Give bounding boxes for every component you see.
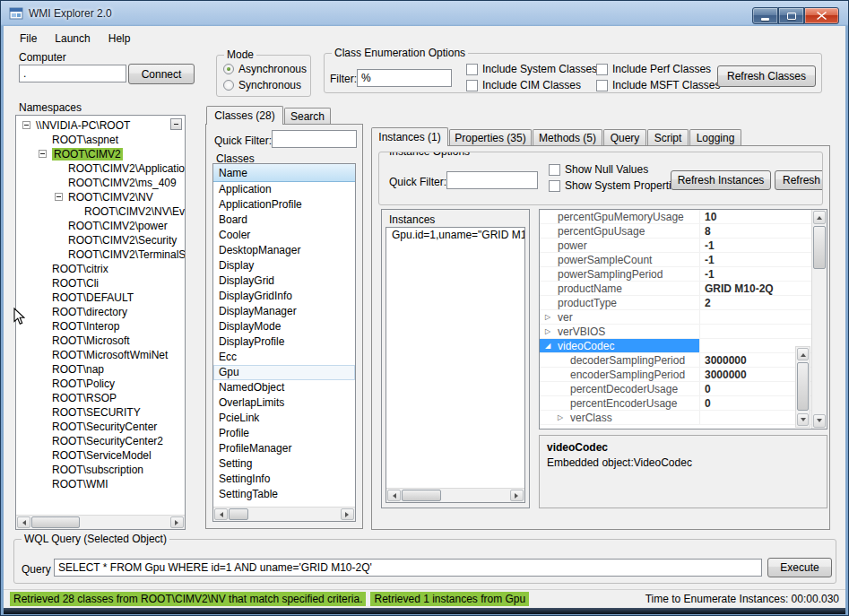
checkbox-include-perf-classes[interactable]: Include Perf Classes xyxy=(596,63,711,75)
embedded-vertical-scrollbar[interactable] xyxy=(795,346,810,428)
scroll-left-arrow[interactable] xyxy=(214,508,228,520)
scroll-left-arrow[interactable] xyxy=(387,490,401,501)
classes-quick-filter-input[interactable] xyxy=(272,130,357,148)
computer-input[interactable]: . xyxy=(19,65,126,82)
tree-corner-button[interactable] xyxy=(170,118,182,130)
classes-list[interactable]: Name Application ApplicationProfile Boar… xyxy=(212,163,356,522)
title-bar[interactable]: WMI Explorer 2.0 xyxy=(1,1,848,26)
namespaces-tree[interactable]: \\NVIDIA-PC\ROOT ROOT\aspnet ROOT\CIMV2 … xyxy=(15,115,186,530)
scroll-right-arrow[interactable] xyxy=(341,508,354,520)
scrollbar-thumb[interactable] xyxy=(797,362,809,411)
menu-help[interactable]: Help xyxy=(100,30,139,47)
class-item[interactable]: PcieLink xyxy=(213,411,355,426)
refresh-classes-button[interactable]: Refresh Classes xyxy=(717,65,816,87)
instances-quick-filter-input[interactable] xyxy=(446,171,538,189)
refresh-instances-button[interactable]: Refresh Instances xyxy=(671,170,771,190)
class-item[interactable]: SettingInfo xyxy=(213,472,355,487)
class-item[interactable]: Display xyxy=(213,258,355,273)
execute-button[interactable]: Execute xyxy=(767,558,832,577)
scrollbar-thumb[interactable] xyxy=(402,490,441,501)
class-item[interactable]: DisplayGrid xyxy=(213,273,355,289)
class-item-selected[interactable]: Gpu xyxy=(213,365,355,380)
checkbox-show-null-values[interactable]: Show Null Values xyxy=(549,163,648,176)
tree-item[interactable]: \\NVIDIA-PC\ROOT xyxy=(16,118,185,133)
close-button[interactable] xyxy=(804,7,839,24)
class-item[interactable]: DisplayProfile xyxy=(213,334,355,350)
property-row[interactable]: ▷ver xyxy=(540,310,811,325)
class-item[interactable]: DisplayMode xyxy=(213,319,355,334)
collapse-icon[interactable]: ◢ xyxy=(545,339,550,352)
property-row[interactable]: percentGpuMemoryUsage10 xyxy=(540,210,811,224)
expand-icon[interactable]: ▷ xyxy=(545,310,550,324)
collapse-icon[interactable] xyxy=(55,193,63,201)
tab-script[interactable]: Script xyxy=(647,129,689,146)
class-item[interactable]: NamedObject xyxy=(213,380,355,395)
tab-instances[interactable]: Instances (1) xyxy=(371,127,448,146)
class-item[interactable]: OverlapLimits xyxy=(213,395,355,411)
property-row[interactable]: powerSamplingPeriod-1 xyxy=(540,267,811,282)
tree-item[interactable]: ROOT\Interop xyxy=(16,319,185,334)
property-row[interactable]: percentGpuUsage8 xyxy=(540,224,811,239)
class-item[interactable]: DisplayGridInfo xyxy=(213,289,355,304)
scroll-down-arrow[interactable] xyxy=(797,413,809,426)
classes-column-header[interactable]: Name xyxy=(213,164,355,182)
minimize-button[interactable] xyxy=(752,7,778,24)
expand-icon[interactable]: ▷ xyxy=(558,411,563,424)
tree-item[interactable]: ROOT\CIMV2\NV xyxy=(16,190,185,204)
property-row[interactable]: ▷verVBIOS xyxy=(540,325,811,339)
property-row[interactable]: decoderSamplingPeriod3000000 xyxy=(540,353,811,368)
scrollbar-thumb[interactable] xyxy=(229,508,248,520)
tree-item[interactable]: ROOT\MicrosoftWmiNet xyxy=(16,348,185,362)
expand-icon[interactable]: ▷ xyxy=(545,325,550,338)
tree-item[interactable]: ROOT\CIMV2\power xyxy=(16,219,185,233)
class-item[interactable]: DisplayManager xyxy=(213,304,355,319)
tree-horizontal-scrollbar[interactable] xyxy=(16,515,185,529)
tree-item[interactable]: ROOT\SecurityCenter xyxy=(16,420,185,434)
tree-item[interactable]: ROOT\subscription xyxy=(16,463,185,477)
maximize-button[interactable] xyxy=(778,7,804,24)
scrollbar-thumb[interactable] xyxy=(813,226,826,269)
grid-vertical-scrollbar[interactable] xyxy=(811,210,827,429)
tree-item[interactable]: ROOT\RSOP xyxy=(16,391,185,405)
checkbox-show-system-properties[interactable]: Show System Properties xyxy=(549,179,682,192)
property-row[interactable]: ▷verClass xyxy=(540,411,811,425)
tab-methods[interactable]: Methods (5) xyxy=(533,129,602,146)
tree-item[interactable]: ROOT\CIMV2\TerminalServices xyxy=(16,247,185,262)
tree-item[interactable]: ROOT\CIMV2\NV\Even xyxy=(16,204,185,219)
radio-asynchronous[interactable]: Asynchronous xyxy=(223,63,307,75)
class-item[interactable]: Profile xyxy=(213,426,355,441)
tree-item[interactable]: ROOT\DEFAULT xyxy=(16,291,185,305)
radio-synchronous[interactable]: Synchronous xyxy=(223,79,301,91)
class-item[interactable]: ProfileManager xyxy=(213,441,355,456)
checkbox-include-msft-classes[interactable]: Include MSFT Classes xyxy=(596,79,721,91)
filter-input[interactable]: % xyxy=(357,69,452,87)
checkbox-include-system-classes[interactable]: Include System Classes xyxy=(466,63,597,75)
collapse-icon[interactable] xyxy=(39,150,47,158)
collapse-icon[interactable] xyxy=(22,121,30,129)
property-row[interactable]: encoderSamplingPeriod3000000 xyxy=(540,368,811,382)
scroll-left-arrow[interactable] xyxy=(17,516,30,528)
property-row[interactable]: powerSampleCount-1 xyxy=(540,253,811,267)
scroll-up-arrow[interactable] xyxy=(797,348,809,360)
property-row[interactable]: power-1 xyxy=(540,239,811,253)
tree-item[interactable]: ROOT\CIMV2\Security xyxy=(16,233,185,247)
tab-search[interactable]: Search xyxy=(284,108,331,125)
tree-item[interactable]: ROOT\CIMV2\ms_409 xyxy=(16,176,185,190)
property-row-selected[interactable]: ◢videoCodec xyxy=(540,339,811,353)
tab-classes[interactable]: Classes (28) xyxy=(206,106,283,125)
tree-item[interactable]: ROOT\Policy xyxy=(16,377,185,391)
property-row[interactable]: percentEncoderUsage0 xyxy=(540,396,811,411)
tree-item[interactable]: ROOT\WMI xyxy=(16,477,185,491)
scroll-down-arrow[interactable] xyxy=(813,414,826,428)
class-item[interactable]: Board xyxy=(213,213,355,228)
menu-file[interactable]: File xyxy=(12,30,45,47)
tree-item[interactable]: ROOT\SecurityCenter2 xyxy=(16,434,185,448)
instances-horizontal-scrollbar[interactable] xyxy=(386,488,524,502)
property-row[interactable]: productNameGRID M10-2Q xyxy=(540,282,811,296)
class-item[interactable]: Ecc xyxy=(213,350,355,365)
property-grid[interactable]: percentGpuMemoryUsage10 percentGpuUsage8… xyxy=(539,209,827,429)
checkbox-include-cim-classes[interactable]: Include CIM Classes xyxy=(466,79,581,91)
tree-item[interactable]: ROOT\citrix xyxy=(16,262,185,276)
connect-button[interactable]: Connect xyxy=(128,64,195,84)
tree-item-selected[interactable]: ROOT\CIMV2 xyxy=(16,147,185,161)
